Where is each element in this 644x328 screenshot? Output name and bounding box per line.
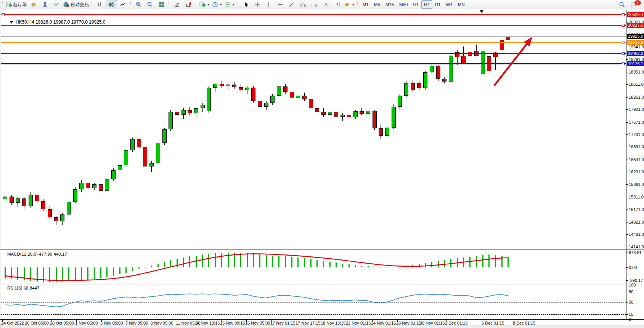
metaeditor-icon bbox=[42, 2, 48, 8]
macd-histogram-bar bbox=[240, 253, 241, 267]
line-handle[interactable] bbox=[622, 24, 625, 27]
line-handle[interactable] bbox=[622, 52, 625, 55]
trendline-icon bbox=[289, 2, 295, 8]
equidistant-channel-button[interactable]: E bbox=[297, 0, 309, 9]
templates-button[interactable]: ▼ bbox=[223, 0, 236, 9]
crosshair-button[interactable] bbox=[252, 0, 263, 9]
indicators-button[interactable]: ▼ bbox=[198, 0, 211, 9]
price-axis-tick: 17921.0 bbox=[629, 107, 644, 112]
horizontal-line-20529.4[interactable] bbox=[1, 14, 626, 15]
chevron-down-icon: ▼ bbox=[352, 3, 355, 6]
chart-shift-button[interactable] bbox=[183, 0, 194, 9]
macd-histogram-bar bbox=[228, 253, 229, 267]
macd-histogram-bar bbox=[463, 258, 464, 267]
arrows-button[interactable]: ▼ bbox=[343, 0, 356, 9]
zoom-out-button[interactable] bbox=[144, 0, 156, 9]
tile-windows-button[interactable] bbox=[156, 0, 167, 9]
line-handle[interactable] bbox=[2, 13, 5, 16]
autotrading-label: 自动交易 bbox=[71, 2, 89, 8]
new-order-button[interactable]: 新订单 bbox=[5, 0, 28, 9]
fibonacci-icon: F bbox=[311, 2, 318, 8]
macd-histogram-bar bbox=[49, 267, 50, 282]
bar-chart-icon bbox=[97, 2, 103, 8]
candle bbox=[481, 51, 485, 74]
line-chart-button[interactable] bbox=[117, 0, 128, 9]
timeframe-button-MN[interactable]: MN bbox=[455, 0, 467, 9]
timeframe-button-H1[interactable]: H1 bbox=[410, 0, 421, 9]
candle bbox=[41, 201, 45, 209]
timeframe-button-M30[interactable]: M30 bbox=[397, 0, 410, 9]
candle bbox=[411, 83, 415, 90]
timeframe-button-D1[interactable]: D1 bbox=[432, 0, 443, 9]
pane-separator[interactable] bbox=[0, 284, 644, 284]
macd-histogram-bar bbox=[272, 256, 273, 267]
vertical-line-button[interactable] bbox=[263, 0, 275, 9]
timeframe-button-M5[interactable]: M5 bbox=[371, 0, 383, 9]
macd-histogram-bar bbox=[11, 267, 12, 279]
price-axis-tick: 15861.0 bbox=[629, 182, 644, 187]
chart-window: HK50,H4 19826.0 19987.0 19770.0 19925.0 … bbox=[0, 9, 644, 328]
candle bbox=[48, 209, 52, 217]
macd-histogram-bar bbox=[355, 265, 356, 267]
cursor-button[interactable] bbox=[240, 0, 252, 9]
candle bbox=[67, 202, 71, 214]
trendline-button[interactable] bbox=[286, 0, 297, 9]
candle bbox=[309, 99, 313, 109]
macd-histogram-bar bbox=[196, 256, 197, 267]
fibonacci-button[interactable]: F bbox=[309, 0, 320, 9]
search-button[interactable] bbox=[616, 0, 628, 9]
level-price-label: 19462.2 bbox=[627, 51, 644, 56]
signals-button[interactable] bbox=[51, 0, 62, 9]
macd-histogram-bar bbox=[393, 267, 394, 267]
timeframe-button-W1[interactable]: W1 bbox=[443, 0, 455, 9]
macd-histogram-bar bbox=[215, 253, 216, 267]
horizontal-line-19462.2[interactable] bbox=[1, 53, 626, 54]
text-button[interactable]: A bbox=[320, 0, 332, 9]
autotrading-button[interactable]: 自动交易 bbox=[62, 0, 90, 9]
bar-chart-button[interactable] bbox=[94, 0, 106, 9]
candle bbox=[220, 84, 224, 86]
line-handle[interactable] bbox=[622, 62, 625, 65]
timeframe-toolbar: M1M5M15M30H1H4D1W1MN bbox=[360, 0, 467, 9]
macd-histogram-bar bbox=[431, 262, 432, 267]
candle bbox=[442, 79, 446, 82]
macd-histogram-bar bbox=[501, 256, 503, 267]
horizontal-line-20237.5[interactable] bbox=[1, 25, 626, 26]
horizontal-line-19757.6[interactable] bbox=[1, 42, 626, 43]
chart-shift-marker[interactable] bbox=[480, 10, 483, 13]
new-order-icon bbox=[6, 2, 12, 8]
toolbar-grip bbox=[129, 1, 132, 8]
auto-scroll-button[interactable] bbox=[171, 0, 183, 9]
macd-histogram-bar bbox=[94, 267, 95, 279]
horizontal-line-button[interactable] bbox=[275, 0, 286, 9]
candle bbox=[404, 83, 408, 96]
candle bbox=[35, 195, 39, 201]
candlestick-chart-button[interactable] bbox=[106, 0, 117, 9]
price-axis-tick: 16891.0 bbox=[629, 144, 644, 149]
metaeditor-button[interactable] bbox=[39, 0, 51, 9]
pane-separator[interactable] bbox=[0, 249, 644, 250]
candle bbox=[149, 163, 154, 167]
macd-histogram-bar bbox=[469, 257, 471, 267]
notifications-button[interactable]: 1 bbox=[628, 0, 639, 9]
candle bbox=[385, 128, 389, 136]
zoom-in-button[interactable] bbox=[133, 0, 144, 9]
timeframe-button-M15[interactable]: M15 bbox=[383, 0, 397, 9]
timeframe-button-M1[interactable]: M1 bbox=[360, 0, 371, 9]
price-axis-tick: 18951.0 bbox=[629, 70, 644, 74]
toolbox-button[interactable] bbox=[28, 0, 39, 9]
candle bbox=[207, 88, 211, 111]
horizontal-line-19176.1[interactable] bbox=[1, 63, 626, 64]
candle bbox=[16, 198, 20, 203]
line-handle[interactable] bbox=[622, 41, 625, 44]
line-handle[interactable] bbox=[622, 13, 625, 16]
level-price-label: 19176.1 bbox=[627, 61, 644, 66]
candle bbox=[283, 86, 287, 92]
timeframe-button-H4[interactable]: H4 bbox=[421, 0, 432, 9]
macd-axis-tick: -590.17 bbox=[629, 278, 643, 283]
rsi-level-line bbox=[1, 302, 626, 302]
toolbar-grip bbox=[91, 1, 93, 8]
candle bbox=[79, 183, 84, 189]
periods-button[interactable]: ▼ bbox=[211, 0, 223, 9]
text-label-button[interactable]: T bbox=[332, 0, 343, 9]
